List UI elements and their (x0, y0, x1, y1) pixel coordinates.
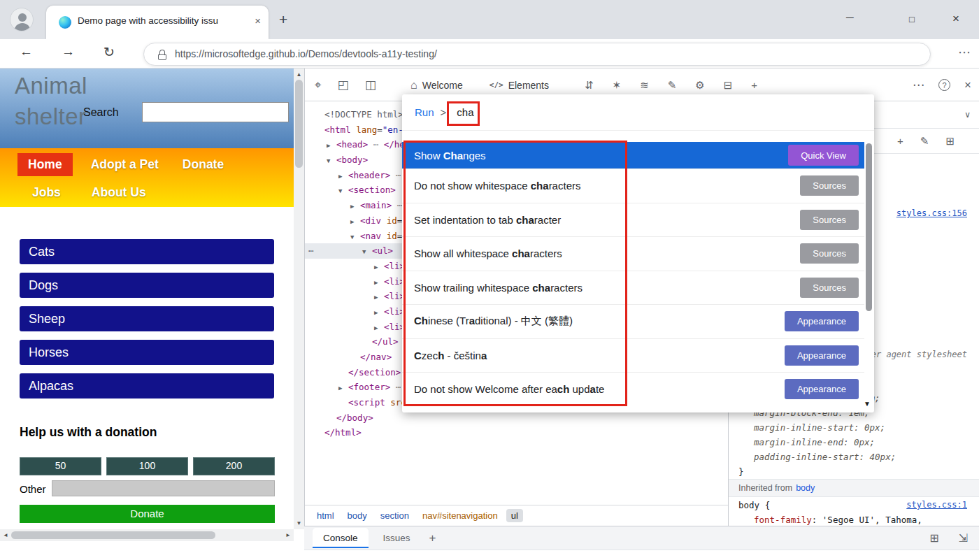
other-amount-input[interactable] (52, 480, 275, 496)
stylesheet-link[interactable]: styles.css:1 (906, 500, 967, 510)
expand-arrow-icon[interactable]: ▶ (338, 381, 348, 396)
donation-amount-button[interactable]: 200 (193, 457, 275, 475)
command-item[interactable]: Do not show Welcome after each updateApp… (402, 372, 864, 406)
breadcrumb-item-navsitenavigation[interactable]: nav#sitenavigation (417, 509, 503, 522)
inspect-icon[interactable]: ⌖ (315, 78, 322, 92)
expand-quickview-icon[interactable]: ⇲ (959, 531, 968, 545)
dom-tree-line[interactable]: </html> (305, 425, 728, 440)
command-item[interactable]: Show trailing whitespace charactersSourc… (402, 271, 864, 305)
browser-more-icon[interactable]: ⋯ (958, 45, 971, 60)
changes-pen-icon[interactable]: ✎ (668, 79, 677, 92)
scroll-left-icon[interactable]: ◄ (3, 532, 8, 538)
animal-link-sheep[interactable]: Sheep (20, 306, 274, 331)
label-segment: cha (512, 247, 530, 259)
settings-gear-icon[interactable]: ⚙ (695, 79, 704, 92)
help-icon[interactable]: ? (938, 79, 950, 91)
animal-link-horses[interactable]: Horses (20, 340, 274, 365)
scroll-up-icon[interactable]: ▲ (294, 71, 304, 78)
close-devtools-icon[interactable]: × (964, 78, 971, 92)
category-badge: Quick View (788, 145, 859, 166)
window-close-button[interactable]: × (952, 12, 959, 26)
stylesheet-link[interactable]: styles.css:156 (896, 208, 967, 218)
tab-close-icon[interactable]: × (255, 15, 261, 27)
profile-avatar[interactable] (10, 8, 34, 31)
expand-arrow-icon[interactable]: ▶ (374, 321, 384, 336)
animal-link-alpacas[interactable]: Alpacas (20, 373, 274, 399)
page-vertical-scrollbar[interactable]: ▲ ▼ (294, 69, 304, 529)
animal-link-dogs[interactable]: Dogs (20, 273, 274, 298)
expand-arrow-icon[interactable]: ▶ (327, 138, 336, 154)
dock-side-icon[interactable]: ◫ (365, 78, 376, 92)
nav-link-donate[interactable]: Donate (177, 153, 229, 176)
scrollbar-thumb[interactable] (11, 531, 215, 539)
add-tab-icon[interactable]: + (751, 79, 757, 91)
expand-arrow-icon[interactable]: ▶ (338, 169, 348, 185)
drawer-tab-issues[interactable]: Issues (373, 528, 421, 548)
expand-arrow-icon[interactable]: ▶ (374, 275, 384, 291)
donate-button[interactable]: Donate (20, 505, 275, 523)
nav-link-about-us[interactable]: About Us (86, 181, 152, 204)
nav-link-jobs[interactable]: Jobs (27, 181, 66, 204)
forward-button[interactable]: → (62, 44, 75, 59)
dom-token: lang (356, 124, 377, 135)
command-input-row[interactable]: Run > cha (402, 94, 874, 131)
dom-tree-line[interactable]: </body> (305, 410, 728, 426)
donation-amount-button[interactable]: 100 (106, 457, 188, 475)
command-item[interactable]: Chinese (Traditional) - 中文 (繁體)Appearanc… (402, 304, 864, 338)
network-conditions-icon[interactable]: ≋ (640, 79, 649, 92)
expand-arrow-icon[interactable]: ▼ (362, 245, 372, 260)
command-scrollbar-thumb[interactable] (866, 143, 872, 311)
search-input[interactable] (142, 102, 289, 122)
node-menu-icon[interactable]: ⋯ (308, 243, 314, 259)
window-maximize-button[interactable]: □ (909, 14, 915, 24)
issues-bug-icon[interactable]: ✶ (613, 79, 622, 92)
command-item[interactable]: Do not show whitespace charactersSources (402, 168, 864, 203)
new-style-rule-icon[interactable]: + (897, 135, 903, 147)
breadcrumb-item-section[interactable]: section (376, 509, 414, 522)
device-emulation-icon[interactable]: ◰ (338, 78, 349, 92)
computed-sidebar-icon[interactable]: ⊞ (945, 135, 955, 148)
scroll-down-icon[interactable]: ▼ (294, 520, 304, 526)
dom-token: <html (324, 124, 356, 135)
scrollbar-thumb[interactable] (295, 80, 303, 168)
drawer-tab-console[interactable]: Console (313, 528, 369, 548)
breadcrumb-item-html[interactable]: html (312, 509, 339, 522)
expand-arrow-icon[interactable]: ▶ (374, 260, 384, 275)
command-item[interactable]: Czech - češtinaAppearance (402, 338, 864, 373)
expand-arrow-icon[interactable]: ▼ (338, 184, 348, 199)
address-bar[interactable]: https://microsoftedge.github.io/Demos/de… (143, 43, 931, 66)
donation-amount-button[interactable]: 50 (20, 457, 101, 475)
expand-arrow-icon[interactable]: ▶ (350, 199, 360, 215)
browser-tab[interactable]: Demo page with accessibility issu × (46, 6, 269, 39)
scroll-right-icon[interactable]: ► (285, 532, 291, 538)
expand-arrow-icon[interactable]: ▼ (327, 154, 336, 169)
window-minimize-button[interactable]: ─ (846, 11, 854, 23)
layout-panel-icon[interactable]: ⊟ (724, 79, 733, 92)
network-icon[interactable]: ⇵ (585, 79, 594, 92)
page-horizontal-scrollbar[interactable]: ◄ ► (0, 529, 294, 541)
command-item[interactable]: Show ChangesQuick View (402, 142, 864, 168)
more-options-icon[interactable]: ⋯ (913, 78, 924, 92)
expand-arrow-icon[interactable]: ▶ (374, 306, 384, 321)
expand-arrow-icon[interactable]: ▼ (350, 230, 360, 245)
inherited-element-link[interactable]: body (796, 483, 815, 493)
expand-arrow-icon[interactable]: ▶ (374, 290, 384, 306)
animal-link-cats[interactable]: Cats (20, 239, 274, 264)
expand-arrow-icon[interactable]: ▶ (350, 215, 360, 230)
label-segment: - češtin (444, 350, 481, 361)
donation-heading: Help us with a donation (20, 425, 157, 440)
back-button[interactable]: ← (20, 44, 33, 59)
scroll-down-icon[interactable]: ▼ (864, 400, 871, 408)
nav-link-adopt-a-pet[interactable]: Adopt a Pet (85, 153, 164, 176)
chevron-down-icon[interactable]: ∨ (964, 110, 971, 120)
new-tab-button[interactable]: + (279, 11, 287, 28)
breadcrumb-item-ul[interactable]: ul (506, 509, 523, 522)
element-states-icon[interactable]: ✎ (920, 135, 929, 148)
console-sidebar-icon[interactable]: ⊞ (929, 531, 938, 545)
refresh-button[interactable]: ↻ (103, 44, 115, 60)
command-item[interactable]: Show all whitespace charactersSources (402, 236, 864, 271)
breadcrumb-item-body[interactable]: body (343, 509, 372, 522)
command-item[interactable]: Set indentation to tab characterSources (402, 203, 864, 237)
nav-link-home[interactable]: Home (17, 153, 73, 176)
add-drawer-tab-icon[interactable]: + (429, 531, 436, 545)
